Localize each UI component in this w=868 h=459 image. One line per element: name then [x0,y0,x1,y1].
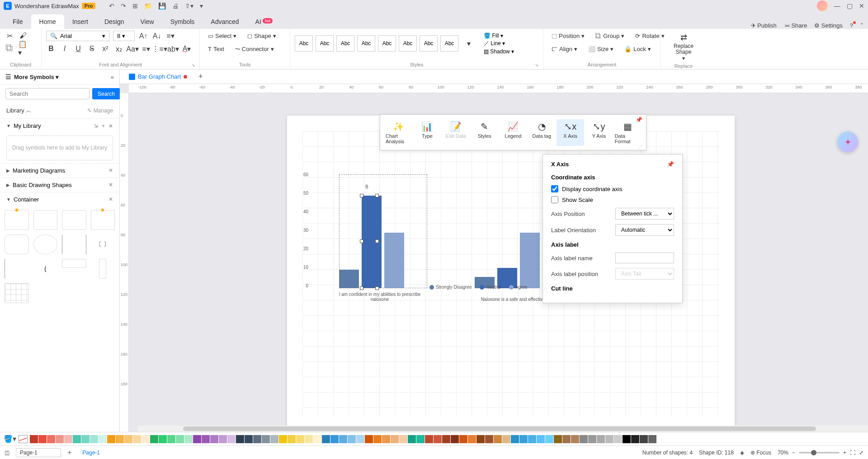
export-icon[interactable]: ⇧▾ [185,2,193,9]
color-swatch[interactable] [339,435,347,443]
resize-handle[interactable] [360,194,363,197]
copy-icon[interactable]: ⿻ [5,43,14,53]
close-icon[interactable]: ✕ [859,2,864,9]
display-axis-checkbox[interactable]: Display coordinate axis [551,185,674,192]
shape-item[interactable]: { [33,259,58,279]
color-swatch[interactable] [468,435,476,443]
menu-symbols[interactable]: Symbols [162,14,203,29]
style-gallery[interactable]: Abc Abc Abc Abc Abc Abc Abc Abc [295,35,458,52]
fullscreen-icon[interactable]: ⤢ [859,450,863,456]
shape-item[interactable] [99,259,106,279]
shadow-button[interactable]: ▨ Shadow ▾ [484,48,514,55]
superscript-icon[interactable]: x² [100,44,110,54]
color-swatch[interactable] [90,435,98,443]
subscript-icon[interactable]: x₂ [114,44,124,54]
page-tab[interactable]: Page-1 [78,449,104,457]
font-color-icon[interactable]: A▾ [182,44,192,54]
align2-button[interactable]: ⫍ Align ▾ [548,44,581,54]
case-icon[interactable]: Aa▾ [127,44,137,54]
color-swatch[interactable] [519,435,528,443]
hscrollbar[interactable] [138,426,868,432]
group-button[interactable]: ⿻ Group ▾ [592,31,628,41]
manage-button[interactable]: ✎ Manage [87,108,113,114]
charttb-type[interactable]: 📊Type [413,119,441,146]
line-spacing-icon[interactable]: ≡▾ [141,44,151,54]
zoom-value[interactable]: 70% [778,450,788,456]
color-swatch[interactable] [330,435,339,443]
color-swatch[interactable] [288,435,296,443]
search-input[interactable] [5,88,90,99]
color-swatch[interactable] [365,435,373,443]
layers-icon[interactable]: ◈ [740,450,744,456]
replace-shape-button[interactable]: ⇄ Replace Shape ▾ [665,31,702,63]
shape-item[interactable] [62,259,86,268]
fit-page-icon[interactable]: ⛶ [850,450,855,456]
import-icon[interactable]: ⇲ [94,123,98,129]
color-swatch[interactable] [133,435,141,443]
color-swatch[interactable] [554,435,562,443]
style-swatch[interactable]: Abc [420,35,438,52]
color-swatch[interactable] [245,435,253,443]
charttb-chart_analysis[interactable]: ✨Chart Analysis [385,119,412,146]
share-button[interactable]: ⫘ Share [784,22,807,29]
resize-handle[interactable] [375,286,379,290]
color-swatch[interactable] [511,435,519,443]
new-icon[interactable]: ⊞ [132,2,138,9]
label-orient-select[interactable]: Automatic [615,224,674,236]
color-swatch[interactable] [150,435,158,443]
color-swatch[interactable] [571,435,579,443]
bar[interactable] [520,233,540,288]
color-swatch[interactable] [451,435,459,443]
zoom-slider[interactable] [799,452,840,454]
color-swatch[interactable] [657,435,665,443]
color-swatch[interactable] [614,435,622,443]
user-avatar[interactable] [817,0,828,11]
shape-item[interactable]: 〔 〕 [91,234,115,254]
charttb-styles[interactable]: ✎Styles [471,119,498,146]
color-swatch[interactable] [605,435,613,443]
color-swatch[interactable] [47,435,55,443]
color-swatch[interactable] [648,435,656,443]
position-button[interactable]: ⬚ Position ▾ [548,31,588,41]
focus-button[interactable]: ⊕ Focus [750,450,771,456]
color-swatch[interactable] [236,435,244,443]
menu-view[interactable]: View [132,14,162,29]
size-button[interactable]: ⬜ Size ▾ [585,44,617,54]
resize-handle[interactable] [360,239,363,243]
menu-design[interactable]: Design [96,14,132,29]
color-swatch[interactable] [588,435,596,443]
search-button[interactable]: Search [92,88,120,99]
panel-toggle-icon[interactable]: ◫ [5,450,9,456]
add-page-button[interactable]: + [67,449,71,457]
line-button[interactable]: ／ Line ▾ [484,40,514,47]
drop-zone[interactable]: Drag symbols here to add to My Library [6,136,113,160]
axis-label-name-input[interactable] [615,253,674,263]
shape-item[interactable] [33,234,58,254]
color-swatch[interactable] [313,435,321,443]
close-section-icon[interactable]: ✕ [108,167,113,173]
shape-item[interactable] [5,283,29,303]
color-swatch[interactable] [38,435,47,443]
style-swatch[interactable]: Abc [357,35,375,52]
color-swatch[interactable] [253,435,261,443]
color-swatch[interactable] [502,435,510,443]
styles-expand-icon[interactable]: ↘ [535,62,538,67]
color-swatch[interactable] [356,435,364,443]
color-swatch[interactable] [227,435,236,443]
redo-icon[interactable]: ↷ [121,2,126,9]
resize-handle[interactable] [375,239,379,243]
text-tool[interactable]: T Text [204,44,228,54]
color-swatch[interactable] [81,435,90,443]
strike-icon[interactable]: S [87,44,97,54]
font-family-select[interactable]: 🔍 Arial ▾ [46,31,109,41]
color-swatch[interactable] [476,435,485,443]
open-icon[interactable]: 📁 [144,2,152,9]
style-swatch[interactable]: Abc [295,35,313,52]
style-swatch[interactable]: Abc [336,35,354,52]
cut-icon[interactable]: ✂ [5,31,14,41]
format-painter-icon[interactable]: 🖌 [18,31,28,41]
color-swatch[interactable] [580,435,588,443]
nofill-swatch[interactable] [19,435,28,443]
charttb-x_axis[interactable]: ⤡xX Axis [557,119,584,146]
color-swatch[interactable] [296,435,304,443]
